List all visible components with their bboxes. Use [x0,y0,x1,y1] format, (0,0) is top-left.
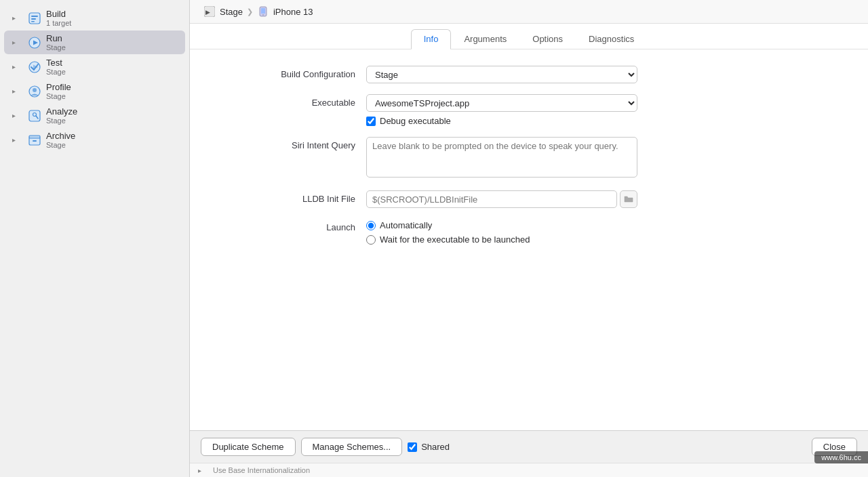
svg-rect-17 [33,140,37,142]
header-bar: ▶ Stage ❯ iPhone 13 [190,0,868,24]
lldb-init-control [366,190,637,208]
duplicate-scheme-button[interactable]: Duplicate Scheme [201,438,296,456]
launch-radio-group: Automatically Wait for the executable to… [366,219,637,245]
folder-icon [624,194,633,204]
sidebar-text-run: Run Stage [46,33,66,51]
launch-control: Automatically Wait for the executable to… [366,219,637,245]
debug-executable-checkbox[interactable] [366,117,376,126]
iphone-icon [257,5,269,18]
executable-row: Executable AwesomeTSProject.app Debug ex… [231,94,827,126]
svg-point-22 [262,14,264,16]
sidebar-item-analyze[interactable]: ▸ Analyze Stage [4,104,185,127]
siri-intent-label: Siri Intent Query [231,137,366,150]
chevron-icon: ▸ [12,87,23,95]
siri-intent-control [366,137,637,180]
tab-diagnostics[interactable]: Diagnostics [576,29,647,49]
lldb-init-folder-button[interactable] [620,190,637,208]
watermark: www.6hu.cc [814,451,868,463]
svg-text:▶: ▶ [205,9,210,16]
sidebar-text-build: Build 1 target [46,9,71,27]
chevron-icon: ▸ [12,136,23,144]
executable-select[interactable]: AwesomeTSProject.app [366,94,637,112]
svg-rect-16 [29,136,40,138]
debug-executable-row: Debug executable [366,116,637,126]
siri-intent-textarea[interactable] [366,137,637,178]
build-configuration-control: Stage Debug Release [366,66,637,83]
build-configuration-row: Build Configuration Stage Debug Release [231,66,827,83]
svg-rect-3 [31,21,35,22]
shared-checkbox[interactable] [408,442,417,452]
bottom-strip-text: Use Base Internationalization [213,466,310,474]
lldb-init-row: LLDB Init File [231,190,827,208]
stage-scheme-icon: ▶ [203,5,216,18]
main-content: ▶ Stage ❯ iPhone 13 Info Arguments Optio… [190,0,868,477]
sidebar-item-profile[interactable]: ▸ Profile Stage [4,79,185,103]
lldb-init-file-row [366,190,637,208]
build-icon [27,11,42,26]
debug-executable-label: Debug executable [380,116,451,126]
sidebar-item-run[interactable]: ▸ Run Stage [4,30,185,54]
sidebar-text-analyze: Analyze Stage [46,106,77,125]
launch-auto-row: Automatically [366,220,637,230]
lldb-init-input[interactable] [366,190,617,208]
tab-arguments[interactable]: Arguments [451,29,519,49]
launch-label: Launch [231,219,366,232]
siri-intent-row: Siri Intent Query [231,137,827,180]
launch-wait-label: Wait for the executable to be launched [380,234,530,245]
chevron-icon: ▸ [12,63,23,70]
svg-rect-2 [31,18,36,20]
manage-schemes-button[interactable]: Manage Schemes... [301,438,403,456]
executable-label: Executable [231,94,366,108]
run-icon [27,35,42,50]
svg-rect-1 [31,16,38,17]
lldb-init-label: LLDB Init File [231,190,366,204]
bottom-strip: ▸ Use Base Internationalization [190,463,868,477]
build-configuration-label: Build Configuration [231,66,366,79]
analyze-icon [27,108,42,123]
sidebar-text-archive: Archive Stage [46,131,75,149]
sidebar-text-profile: Profile Stage [46,82,71,100]
build-configuration-select[interactable]: Stage Debug Release [366,66,637,83]
sidebar-item-test[interactable]: ▸ Test Stage [4,55,185,79]
bottom-chevron-icon: ▸ [198,467,209,474]
shared-label: Shared [421,442,450,452]
tab-info[interactable]: Info [411,29,452,49]
footer-bar: Duplicate Scheme Manage Schemes... Share… [190,430,868,463]
footer-shared-section: Shared [408,442,450,452]
sidebar: ▸ Build 1 target ▸ [0,0,190,477]
test-icon [27,60,42,75]
form-content: Build Configuration Stage Debug Release … [190,49,868,430]
chevron-icon: ▸ [12,39,23,46]
breadcrumb-stage: Stage [220,7,243,17]
archive-icon [27,133,42,148]
launch-auto-radio[interactable] [366,221,376,230]
breadcrumb-chevron: ❯ [247,7,253,16]
chevron-icon: ▸ [12,112,23,119]
sidebar-item-archive[interactable]: ▸ Archive Stage [4,128,185,152]
executable-control: AwesomeTSProject.app Debug executable [366,94,637,126]
launch-wait-row: Wait for the executable to be launched [366,234,637,245]
profile-icon [27,84,42,99]
launch-auto-label: Automatically [380,220,432,230]
chevron-icon: ▸ [12,14,23,22]
tabs-bar: Info Arguments Options Diagnostics [190,24,868,49]
tab-options[interactable]: Options [519,29,576,49]
launch-row: Launch Automatically Wait for the execut… [231,219,827,245]
sidebar-text-test: Test Stage [46,58,66,76]
launch-wait-radio[interactable] [366,235,376,245]
svg-point-11 [33,88,37,92]
breadcrumb-device: iPhone 13 [273,7,313,17]
sidebar-item-build[interactable]: ▸ Build 1 target [4,6,185,30]
svg-rect-21 [261,8,265,14]
